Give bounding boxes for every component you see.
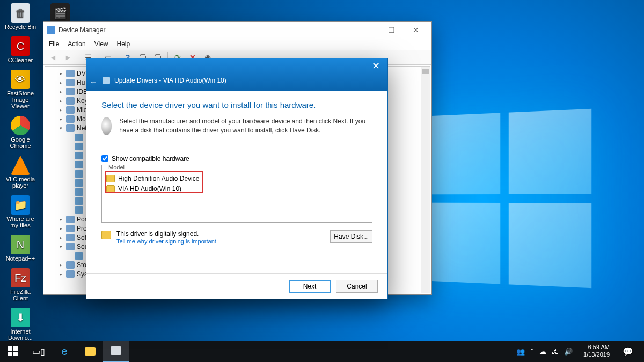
desktop-icon-label: Where are my files <box>6 216 34 228</box>
tree-node-label: DV <box>77 70 86 77</box>
desktop-icon-vlc[interactable]: VLC media player <box>3 156 38 189</box>
tree-twisty-icon[interactable]: ▸ <box>58 98 64 104</box>
model-listbox: Model High Definition Audio Device VIA H… <box>101 165 372 223</box>
tree-twisty-icon[interactable]: ▸ <box>58 235 64 240</box>
minimize-button[interactable]: — <box>354 22 379 38</box>
wizard-description: Select the manufacturer and model of you… <box>119 117 372 136</box>
maximize-button[interactable]: ☐ <box>379 22 404 38</box>
tree-twisty-icon[interactable]: ▾ <box>58 125 64 131</box>
desktop-icon-chrome[interactable]: Google Chrome <box>3 116 38 149</box>
model-label: High Definition Audio Device <box>118 175 199 182</box>
desktop-icon-where-files[interactable]: 📁Where are my files <box>3 195 38 228</box>
desktop-icon-label: CCleaner <box>8 57 33 63</box>
tree-node-label: Hu <box>77 79 85 86</box>
tree-twisty-icon[interactable]: ▸ <box>58 89 64 94</box>
tree-twisty-icon[interactable]: ▸ <box>58 71 64 76</box>
system-tray[interactable]: 👥 ˄ ☁ 🖧 🔊 <box>511 348 578 356</box>
tree-device-icon <box>75 152 83 159</box>
tree-node-label: Pro <box>77 225 87 232</box>
onedrive-icon[interactable]: ☁ <box>539 348 546 356</box>
driver-icon <box>106 185 115 193</box>
cancel-button[interactable]: Cancel <box>336 280 378 293</box>
show-desktop-button[interactable] <box>641 341 644 362</box>
tree-device-icon <box>75 179 83 187</box>
desktop-icon-faststone[interactable]: 👁FastStone Image Viewer <box>3 70 38 109</box>
have-disk-button[interactable]: Have Disk... <box>330 230 372 243</box>
tree-device-icon <box>66 88 75 95</box>
tree-device-icon <box>66 106 75 114</box>
tree-device-icon <box>75 252 83 260</box>
tree-device-icon <box>75 134 83 141</box>
clock-date: 1/13/2019 <box>583 351 610 359</box>
task-view-button[interactable]: ▭▯ <box>26 341 52 362</box>
next-button[interactable]: Next <box>289 280 331 293</box>
menu-action[interactable]: Action <box>68 40 85 48</box>
tree-device-icon <box>66 234 75 241</box>
model-legend: Model <box>106 164 127 171</box>
menu-help[interactable]: Help <box>117 40 130 48</box>
show-compatible-label: Show compatible hardware <box>112 155 189 162</box>
tree-twisty-icon[interactable]: ▸ <box>58 107 64 113</box>
desktop-icon-label: VLC media player <box>6 176 35 189</box>
nav-forward-icon: ► <box>62 51 75 63</box>
show-compatible-input[interactable] <box>101 155 108 162</box>
tree-device-icon <box>66 115 75 123</box>
tree-device-icon <box>66 216 75 223</box>
desktop-icon-recycle-bin[interactable]: 🗑Recycle Bin <box>3 3 38 30</box>
tree-device-icon <box>66 243 75 250</box>
wizard-header: ✕ ← Update Drivers - VIA HD Audio(Win 10… <box>86 58 387 91</box>
model-item[interactable]: High Definition Audio Device <box>106 174 368 184</box>
tree-node-label: Sto <box>77 261 86 269</box>
model-label: VIA HD Audio(Win 10) <box>118 185 181 193</box>
taskbar-device-manager[interactable] <box>103 341 129 362</box>
taskbar-clock[interactable]: 6:59 AM 1/13/2019 <box>578 344 615 359</box>
taskbar-file-explorer[interactable] <box>77 341 103 362</box>
tree-device-icon <box>75 188 83 196</box>
tree-twisty-icon[interactable]: ▸ <box>58 226 64 231</box>
device-manager-titlebar[interactable]: Device Manager — ☐ ✕ <box>43 22 431 38</box>
people-icon[interactable]: 👥 <box>516 348 525 356</box>
desktop-icon-idm[interactable]: ⬇Internet Downlo... <box>3 308 38 341</box>
desktop-icon-notepadpp[interactable]: NNotepad++ <box>3 235 38 262</box>
desktop-icon-label: Notepad++ <box>6 255 35 262</box>
tree-twisty-icon[interactable]: ▸ <box>58 217 64 222</box>
signed-text: This driver is digitally signed. <box>116 230 216 238</box>
tree-device-icon <box>75 206 83 214</box>
tree-twisty-icon[interactable]: ▸ <box>58 116 64 122</box>
tree-twisty-icon[interactable]: ▸ <box>58 271 64 277</box>
wizard-close-button[interactable]: ✕ <box>364 58 387 73</box>
tray-expand-icon[interactable]: ˄ <box>530 348 534 356</box>
volume-icon[interactable]: 🔊 <box>564 348 573 356</box>
tree-node-label: Por <box>77 216 87 223</box>
tree-twisty-icon[interactable]: ▸ <box>58 80 64 85</box>
device-manager-menubar: File Action View Help <box>43 38 431 50</box>
desktop-icon-ccleaner[interactable]: CCCleaner <box>3 36 38 63</box>
desktop-icon-label: Internet Downlo... <box>8 328 33 341</box>
window-title: Device Manager <box>58 26 105 34</box>
tree-twisty-icon[interactable]: ▸ <box>58 262 64 268</box>
driver-icon <box>106 175 115 182</box>
tree-device-icon <box>75 161 83 168</box>
tree-device-icon <box>66 124 75 132</box>
show-compatible-checkbox[interactable]: Show compatible hardware <box>101 155 372 162</box>
tree-node-label: Net <box>77 124 87 132</box>
close-button[interactable]: ✕ <box>404 22 428 38</box>
tree-device-icon <box>75 197 83 205</box>
vertical-scrollbar[interactable] <box>421 67 430 293</box>
tree-node-label: Mic <box>77 106 87 114</box>
tree-twisty-icon[interactable]: ▾ <box>58 244 64 249</box>
desktop-icon-filezilla[interactable]: FzFileZilla Client <box>3 268 38 301</box>
tree-device-icon <box>66 97 75 105</box>
taskbar-edge[interactable]: e <box>52 341 77 362</box>
wizard-heading: Select the device driver you want to ins… <box>101 100 372 109</box>
action-center-button[interactable]: 💬 <box>615 341 641 362</box>
menu-file[interactable]: File <box>49 40 59 48</box>
signing-info-link[interactable]: Tell me why driver signing is important <box>116 238 216 245</box>
signed-icon <box>101 231 111 239</box>
model-item[interactable]: VIA HD Audio(Win 10) <box>106 184 368 194</box>
start-button[interactable] <box>0 341 26 362</box>
cd-icon <box>101 117 112 135</box>
menu-view[interactable]: View <box>94 40 108 48</box>
network-icon[interactable]: 🖧 <box>552 348 559 356</box>
wizard-back-button[interactable]: ← <box>90 78 97 86</box>
